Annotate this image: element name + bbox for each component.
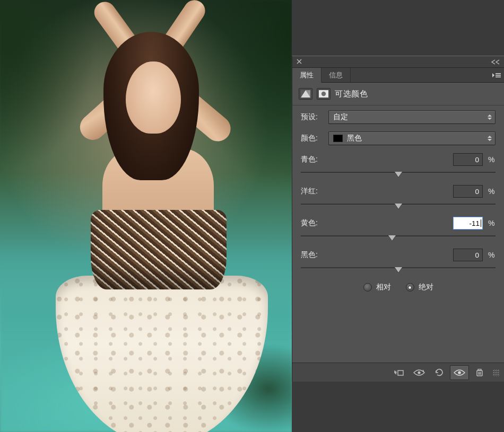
slider-yellow: 黄色: -11 %: [301, 214, 496, 243]
properties-panel: 属性 信息: [292, 56, 504, 382]
layer-mask-icon[interactable]: [317, 88, 331, 100]
clip-to-layer-button[interactable]: [389, 365, 409, 380]
slider-magenta-thumb[interactable]: [395, 204, 402, 209]
svg-point-5: [321, 92, 326, 96]
select-stepper-icon: [488, 136, 492, 141]
preset-value: 自定: [333, 112, 348, 122]
tab-properties-label: 属性: [300, 70, 314, 80]
radio-absolute-label: 绝对: [419, 283, 433, 292]
slider-black: 黑色: 0 %: [301, 245, 496, 275]
colors-row: 颜色: 黑色: [301, 129, 496, 148]
slider-magenta-value[interactable]: 0: [453, 185, 483, 198]
slider-yellow-track[interactable]: [301, 233, 496, 240]
slider-cyan-track[interactable]: [301, 169, 496, 177]
panel-resize-grip[interactable]: [492, 369, 500, 376]
radio-relative[interactable]: 相对: [363, 283, 391, 292]
percent-unit: %: [488, 155, 496, 164]
svg-rect-2: [496, 76, 501, 77]
panel-flyout-menu[interactable]: [489, 68, 504, 82]
select-stepper-icon: [488, 114, 492, 120]
toggle-visibility-button[interactable]: [450, 365, 469, 380]
canvas-figure: [24, 0, 268, 432]
colors-select[interactable]: 黑色: [328, 131, 496, 145]
panel-footer: [292, 363, 504, 382]
text-caret: [481, 219, 481, 227]
radio-absolute[interactable]: 绝对: [406, 283, 433, 292]
properties-form: 预设: 自定 颜色: 黑色: [292, 105, 504, 299]
radio-icon: [363, 283, 372, 292]
radio-relative-label: 相对: [376, 283, 391, 292]
colors-label: 颜色:: [301, 134, 324, 143]
panel-close-button[interactable]: [297, 59, 302, 65]
slider-black-value[interactable]: 0: [453, 249, 483, 261]
view-previous-state-button[interactable]: [410, 365, 429, 380]
preset-label: 预设:: [301, 112, 324, 122]
svg-rect-1: [496, 75, 501, 76]
slider-cyan-thumb[interactable]: [395, 172, 402, 177]
percent-unit: %: [488, 219, 496, 227]
svg-rect-10: [478, 369, 481, 370]
slider-yellow-value[interactable]: -11: [453, 217, 483, 230]
delete-adjustment-button[interactable]: [470, 365, 489, 380]
svg-point-7: [418, 371, 420, 374]
tab-info[interactable]: 信息: [321, 68, 351, 82]
selective-color-icon[interactable]: [299, 88, 312, 100]
panel-topbar: [292, 56, 504, 68]
method-row: 相对 绝对: [301, 277, 496, 295]
panel-header: 可选颜色: [292, 83, 504, 105]
slider-black-track[interactable]: [301, 265, 496, 272]
panel-title: 可选颜色: [335, 89, 368, 99]
tab-properties[interactable]: 属性: [292, 68, 321, 83]
preset-row: 预设: 自定: [301, 108, 496, 127]
slider-yellow-thumb[interactable]: [388, 235, 396, 241]
percent-unit: %: [488, 187, 496, 196]
panel-collapse-button[interactable]: [491, 59, 500, 65]
slider-magenta-track[interactable]: [301, 201, 496, 208]
slider-magenta: 洋红: 0 %: [301, 182, 496, 211]
colors-swatch: [333, 135, 343, 142]
slider-cyan-label: 青色:: [301, 155, 318, 164]
radio-icon: [406, 283, 414, 292]
slider-yellow-label: 黄色:: [301, 218, 318, 228]
preset-select[interactable]: 自定: [328, 110, 496, 124]
slider-black-thumb[interactable]: [395, 267, 402, 272]
panel-dock: 属性 信息: [292, 0, 504, 432]
reset-button[interactable]: [430, 365, 449, 380]
svg-rect-6: [398, 371, 403, 375]
slider-cyan-value[interactable]: 0: [453, 153, 483, 166]
percent-unit: %: [488, 251, 496, 259]
svg-rect-0: [496, 73, 501, 74]
svg-point-8: [458, 371, 461, 374]
document-canvas[interactable]: [0, 0, 292, 432]
panel-tabbar: 属性 信息: [292, 68, 504, 83]
tab-info-label: 信息: [329, 70, 343, 80]
colors-value: 黑色: [347, 134, 362, 143]
slider-black-label: 黑色:: [301, 250, 318, 260]
slider-magenta-label: 洋红:: [301, 187, 318, 196]
slider-cyan: 青色: 0 %: [301, 150, 496, 180]
